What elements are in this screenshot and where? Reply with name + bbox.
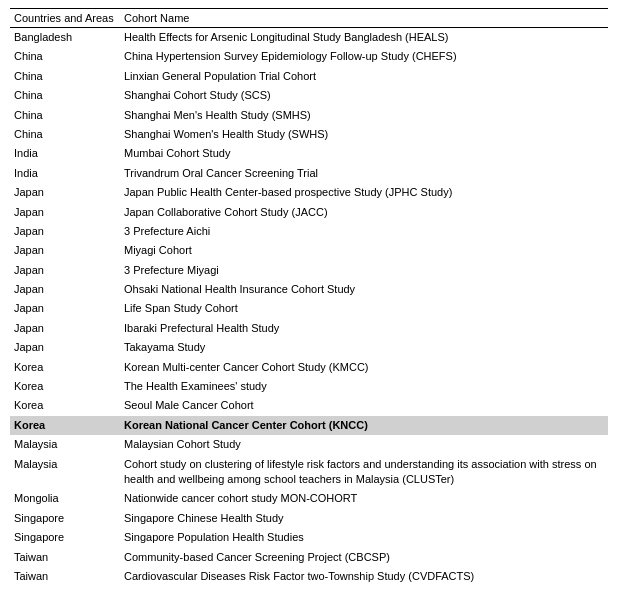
cell-country: Singapore [10,528,120,547]
cell-cohort: Taiwan Biobank [120,586,608,590]
cell-country: Japan [10,280,120,299]
cell-cohort: Korean National Cancer Center Cohort (KN… [120,416,608,435]
header-country: Countries and Areas [10,9,120,28]
table-row: TaiwanTaiwan Biobank [10,586,608,590]
cell-cohort: Takayama Study [120,338,608,357]
table-row: ChinaChina Hypertension Survey Epidemiol… [10,47,608,66]
cell-country: Japan [10,222,120,241]
cell-cohort: Singapore Population Health Studies [120,528,608,547]
cell-cohort: 3 Prefecture Miyagi [120,261,608,280]
cell-cohort: Ibaraki Prefectural Health Study [120,319,608,338]
cell-cohort: Nationwide cancer cohort study MON-COHOR… [120,489,608,508]
main-container: Countries and Areas Cohort Name Banglade… [0,0,618,590]
cell-country: Malaysia [10,435,120,454]
table-row: KoreaKorean National Cancer Center Cohor… [10,416,608,435]
table-row: JapanTakayama Study [10,338,608,357]
table-row: MalaysiaMalaysian Cohort Study [10,435,608,454]
table-row: Japan3 Prefecture Miyagi [10,261,608,280]
cell-country: Japan [10,319,120,338]
cell-country: Malaysia [10,455,120,490]
cell-country: India [10,144,120,163]
table-row: IndiaMumbai Cohort Study [10,144,608,163]
table-row: KoreaThe Health Examinees' study [10,377,608,396]
cell-cohort: China Hypertension Survey Epidemiology F… [120,47,608,66]
cell-country: China [10,86,120,105]
table-row: ChinaShanghai Men's Health Study (SMHS) [10,106,608,125]
table-row: ChinaShanghai Cohort Study (SCS) [10,86,608,105]
cell-country: China [10,106,120,125]
table-row: SingaporeSingapore Chinese Health Study [10,509,608,528]
cell-country: Korea [10,358,120,377]
cell-country: China [10,125,120,144]
table-row: KoreaSeoul Male Cancer Cohort [10,396,608,415]
cell-cohort: Miyagi Cohort [120,241,608,260]
cell-cohort: Life Span Study Cohort [120,299,608,318]
cell-country: Japan [10,261,120,280]
cell-country: Korea [10,416,120,435]
cell-cohort: Shanghai Women's Health Study (SWHS) [120,125,608,144]
cell-cohort: Seoul Male Cancer Cohort [120,396,608,415]
cell-country: Japan [10,183,120,202]
header-cohort: Cohort Name [120,9,608,28]
cell-cohort: Ohsaki National Health Insurance Cohort … [120,280,608,299]
table-row: MongoliaNationwide cancer cohort study M… [10,489,608,508]
cell-country: Mongolia [10,489,120,508]
table-row: JapanJapan Public Health Center-based pr… [10,183,608,202]
table-row: JapanMiyagi Cohort [10,241,608,260]
cell-cohort: Cardiovascular Diseases Risk Factor two-… [120,567,608,586]
cell-cohort: The Health Examinees' study [120,377,608,396]
table-row: JapanJapan Collaborative Cohort Study (J… [10,203,608,222]
cell-cohort: Shanghai Cohort Study (SCS) [120,86,608,105]
cell-country: Taiwan [10,548,120,567]
table-row: JapanIbaraki Prefectural Health Study [10,319,608,338]
cell-country: China [10,47,120,66]
table-header-row: Countries and Areas Cohort Name [10,9,608,28]
cell-cohort: Linxian General Population Trial Cohort [120,67,608,86]
cell-cohort: 3 Prefecture Aichi [120,222,608,241]
cell-country: Japan [10,338,120,357]
cell-cohort: Japan Collaborative Cohort Study (JACC) [120,203,608,222]
cell-country: Japan [10,241,120,260]
cell-cohort: Korean Multi-center Cancer Cohort Study … [120,358,608,377]
table-row: ChinaLinxian General Population Trial Co… [10,67,608,86]
table-row: BangladeshHealth Effects for Arsenic Lon… [10,28,608,48]
cell-country: Singapore [10,509,120,528]
table-row: IndiaTrivandrum Oral Cancer Screening Tr… [10,164,608,183]
cell-country: Taiwan [10,586,120,590]
table-row: KoreaKorean Multi-center Cancer Cohort S… [10,358,608,377]
cell-cohort: Malaysian Cohort Study [120,435,608,454]
cell-cohort: Mumbai Cohort Study [120,144,608,163]
cell-country: Taiwan [10,567,120,586]
table-row: TaiwanCardiovascular Diseases Risk Facto… [10,567,608,586]
cell-cohort: Singapore Chinese Health Study [120,509,608,528]
cell-country: Korea [10,377,120,396]
table-row: JapanLife Span Study Cohort [10,299,608,318]
cell-country: Japan [10,299,120,318]
cell-cohort: Japan Public Health Center-based prospec… [120,183,608,202]
table-row: TaiwanCommunity-based Cancer Screening P… [10,548,608,567]
cell-country: Japan [10,203,120,222]
table-row: MalaysiaCohort study on clustering of li… [10,455,608,490]
table-row: SingaporeSingapore Population Health Stu… [10,528,608,547]
cell-cohort: Health Effects for Arsenic Longitudinal … [120,28,608,48]
cell-country: Bangladesh [10,28,120,48]
cell-country: India [10,164,120,183]
cohort-table: Countries and Areas Cohort Name Banglade… [10,8,608,590]
cell-country: Korea [10,396,120,415]
cell-cohort: Community-based Cancer Screening Project… [120,548,608,567]
cell-country: China [10,67,120,86]
cell-cohort: Trivandrum Oral Cancer Screening Trial [120,164,608,183]
table-row: JapanOhsaki National Health Insurance Co… [10,280,608,299]
cell-cohort: Shanghai Men's Health Study (SMHS) [120,106,608,125]
table-row: ChinaShanghai Women's Health Study (SWHS… [10,125,608,144]
table-row: Japan3 Prefecture Aichi [10,222,608,241]
cell-cohort: Cohort study on clustering of lifestyle … [120,455,608,490]
